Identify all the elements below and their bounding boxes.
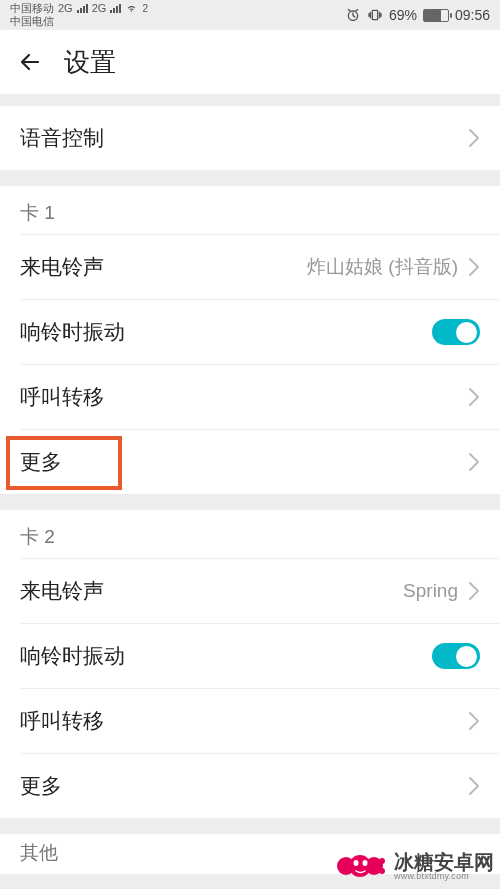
- card2-more-label: 更多: [20, 772, 62, 800]
- card2-header: 卡 2: [0, 510, 500, 558]
- signal-2-icon: [110, 4, 121, 13]
- chevron-right-icon: [468, 128, 480, 148]
- other-header-label: 其他: [20, 840, 58, 866]
- card2-vibrate-row: 响铃时振动: [0, 624, 500, 688]
- status-bar: 中国移动 2G 2G 2 中国电信 69% 09:56: [0, 0, 500, 30]
- status-left: 中国移动 2G 2G 2 中国电信: [10, 2, 148, 28]
- voice-control-label: 语音控制: [20, 124, 104, 152]
- card2-header-label: 卡 2: [20, 524, 55, 550]
- battery-pct-label: 69%: [389, 7, 417, 23]
- card1-ringtone-row[interactable]: 来电铃声 炸山姑娘 (抖音版): [0, 235, 500, 299]
- app-bar: 设置: [0, 30, 500, 94]
- card1-forward-label: 呼叫转移: [20, 383, 104, 411]
- card2-vibrate-toggle[interactable]: [432, 643, 480, 669]
- time-label: 09:56: [455, 7, 490, 23]
- card1-header-label: 卡 1: [20, 200, 55, 226]
- card1-header: 卡 1: [0, 186, 500, 234]
- card1-more-row[interactable]: 更多: [0, 430, 500, 494]
- chevron-right-icon: [468, 257, 480, 277]
- chevron-right-icon: [468, 387, 480, 407]
- card1-ringtone-label: 来电铃声: [20, 253, 104, 281]
- svg-point-5: [379, 858, 385, 864]
- page-title: 设置: [64, 45, 116, 80]
- carrier-1-label: 中国移动: [10, 2, 54, 15]
- alarm-icon: [345, 7, 361, 23]
- card1-vibrate-label: 响铃时振动: [20, 318, 125, 346]
- wifi-icon: [125, 2, 138, 15]
- watermark-cn: 冰糖安卓网: [394, 852, 494, 872]
- watermark-en: www.btxtdmy.com: [394, 872, 494, 881]
- vibrate-icon: [367, 7, 383, 23]
- chevron-right-icon: [468, 711, 480, 731]
- card1-vibrate-toggle[interactable]: [432, 319, 480, 345]
- chevron-right-icon: [468, 776, 480, 796]
- card2-forward-row[interactable]: 呼叫转移: [0, 689, 500, 753]
- card1-vibrate-row: 响铃时振动: [0, 300, 500, 364]
- carrier-2-label: 中国电信: [10, 15, 54, 28]
- network-1-label: 2G: [58, 2, 73, 15]
- voice-control-row[interactable]: 语音控制: [0, 106, 500, 170]
- card2-vibrate-label: 响铃时振动: [20, 642, 125, 670]
- signal-1-icon: [77, 4, 88, 13]
- back-icon[interactable]: [18, 50, 42, 74]
- card2-ringtone-value: Spring: [403, 580, 458, 602]
- network-2-label: 2G: [92, 2, 107, 15]
- svg-point-6: [379, 868, 385, 874]
- card2-ringtone-row[interactable]: 来电铃声 Spring: [0, 559, 500, 623]
- watermark-logo-icon: [332, 849, 386, 883]
- wifi-sup: 2: [142, 2, 148, 15]
- svg-rect-1: [372, 10, 377, 19]
- card1-forward-row[interactable]: 呼叫转移: [0, 365, 500, 429]
- chevron-right-icon: [468, 452, 480, 472]
- watermark: 冰糖安卓网 www.btxtdmy.com: [332, 849, 494, 883]
- chevron-right-icon: [468, 581, 480, 601]
- svg-point-8: [363, 860, 368, 866]
- svg-point-7: [354, 860, 359, 866]
- card2-more-row[interactable]: 更多: [0, 754, 500, 818]
- card1-more-label: 更多: [20, 448, 62, 476]
- status-right: 69% 09:56: [345, 7, 490, 23]
- card1-ringtone-value: 炸山姑娘 (抖音版): [307, 254, 458, 280]
- card2-ringtone-label: 来电铃声: [20, 577, 104, 605]
- card2-forward-label: 呼叫转移: [20, 707, 104, 735]
- battery-icon: [423, 9, 449, 22]
